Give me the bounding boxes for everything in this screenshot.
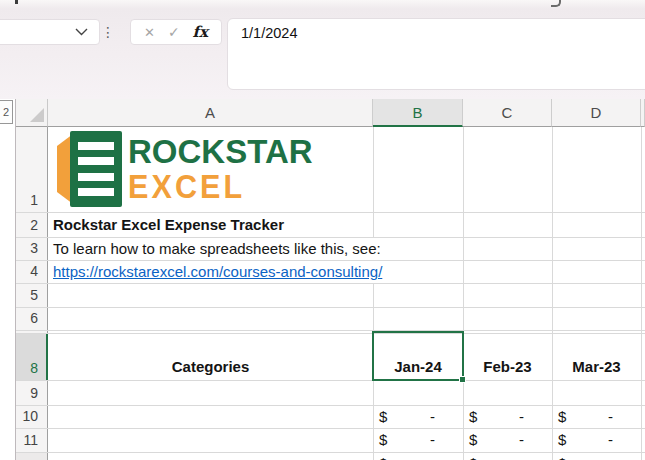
chevron-down-icon[interactable] bbox=[75, 28, 88, 36]
row-header-4[interactable]: 4 bbox=[16, 260, 47, 283]
row-header-10[interactable]: 10 bbox=[16, 405, 47, 428]
cell-D11[interactable]: $- bbox=[552, 428, 641, 451]
hidden-row-7-top-line bbox=[16, 330, 645, 331]
gridline bbox=[641, 127, 642, 460]
row-header-6[interactable]: 6 bbox=[16, 307, 47, 330]
cell-C12-partial[interactable]: $ bbox=[463, 452, 552, 460]
row-header-9[interactable]: 9 bbox=[16, 380, 47, 405]
row-header-3[interactable]: 3 bbox=[16, 237, 47, 260]
cell-A3-note[interactable]: To learn how to make spreadsheets like t… bbox=[48, 237, 408, 260]
enter-icon[interactable]: ✓ bbox=[168, 24, 180, 40]
column-header-b[interactable]: B bbox=[373, 99, 463, 127]
cell-D8-month[interactable]: Mar-23 bbox=[552, 333, 641, 380]
column-header-d[interactable]: D bbox=[552, 99, 641, 127]
cancel-icon[interactable]: ✕ bbox=[144, 25, 155, 40]
insert-function-icon[interactable]: fx bbox=[193, 23, 208, 41]
row-header-2[interactable]: 2 bbox=[16, 212, 47, 237]
row-header-1[interactable]: 1 bbox=[16, 127, 47, 212]
row-header-5[interactable]: 5 bbox=[16, 283, 47, 307]
cell-C11[interactable]: $- bbox=[463, 428, 552, 451]
rockstar-excel-logo[interactable]: ROCKSTAR EXCEL bbox=[57, 131, 307, 208]
logo-text-excel: EXCEL bbox=[128, 168, 245, 206]
cell-B12-partial[interactable]: $ bbox=[373, 452, 463, 460]
gridline bbox=[16, 380, 645, 381]
formula-button-group: ✕ ✓ fx bbox=[130, 19, 222, 45]
logo-book-icon bbox=[70, 131, 122, 207]
outline-level-2-button[interactable]: 2 bbox=[0, 100, 13, 124]
formula-bar-value: 1/1/2024 bbox=[241, 25, 297, 41]
cell-B11[interactable]: $- bbox=[373, 428, 463, 451]
excel-window: ⋮ ✕ ✓ fx 1/1/2024 2 A B C D 1 2 3 4 5 6 … bbox=[0, 0, 645, 460]
cell-C10[interactable]: $- bbox=[463, 405, 552, 428]
cell-A8-categories[interactable]: Categories bbox=[48, 333, 373, 380]
hyperlink-text[interactable]: https://rockstarexcel.com/courses-and-co… bbox=[53, 263, 382, 280]
ribbon-remnant-mark bbox=[551, 0, 561, 7]
cell-A2-title[interactable]: Rockstar Excel Expense Tracker bbox=[48, 212, 388, 237]
column-header-e-sliver[interactable] bbox=[641, 99, 645, 127]
fill-handle[interactable] bbox=[459, 376, 466, 383]
formula-bar-row: ⋮ ✕ ✓ fx 1/1/2024 bbox=[0, 0, 645, 99]
cell-D12-partial[interactable]: $ bbox=[552, 452, 641, 460]
row-header-8[interactable]: 8 bbox=[16, 333, 47, 380]
column-header-c[interactable]: C bbox=[463, 99, 552, 127]
cell-C8-month[interactable]: Feb-23 bbox=[463, 333, 552, 380]
cell-B10[interactable]: $- bbox=[373, 405, 463, 428]
select-all-triangle-icon bbox=[30, 108, 44, 122]
more-options-icon[interactable]: ⋮ bbox=[101, 22, 113, 42]
gridline bbox=[16, 283, 645, 284]
name-box[interactable] bbox=[0, 19, 100, 45]
formula-bar-input[interactable]: 1/1/2024 bbox=[227, 18, 645, 90]
select-all-corner[interactable] bbox=[16, 99, 48, 127]
logo-text-rockstar: ROCKSTAR bbox=[128, 133, 313, 171]
cell-D10[interactable]: $- bbox=[552, 405, 641, 428]
ribbon-remnant-mark bbox=[15, 0, 18, 4]
row-header-12-sliver bbox=[16, 452, 47, 460]
row-header-11[interactable]: 11 bbox=[16, 428, 47, 452]
cell-A4-hyperlink[interactable]: https://rockstarexcel.com/courses-and-co… bbox=[48, 260, 428, 283]
gridline bbox=[16, 307, 645, 308]
active-cell-selection-border bbox=[372, 331, 464, 381]
column-header-a[interactable]: A bbox=[48, 99, 373, 127]
